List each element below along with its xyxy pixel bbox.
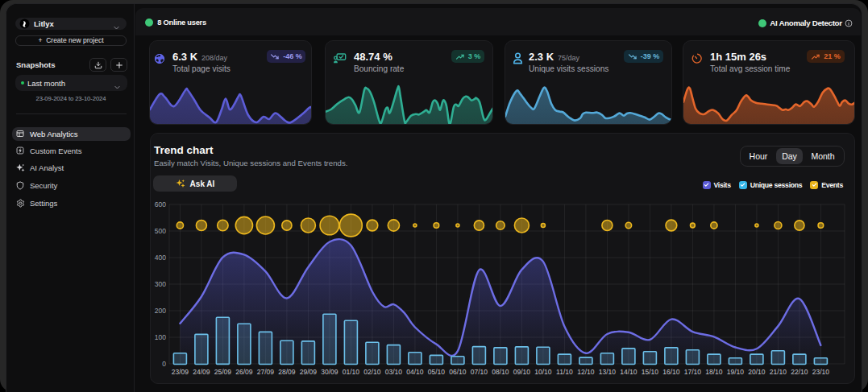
- svg-text:100: 100: [155, 333, 166, 341]
- svg-text:29/09: 29/09: [300, 368, 318, 376]
- svg-text:05/10: 05/10: [428, 368, 446, 376]
- svg-text:28/09: 28/09: [278, 368, 296, 376]
- svg-text:17/10: 17/10: [684, 368, 702, 376]
- svg-text:10/10: 10/10: [534, 368, 552, 376]
- svg-text:12/10: 12/10: [577, 368, 595, 376]
- svg-text:08/10: 08/10: [492, 368, 509, 376]
- svg-text:01/10: 01/10: [343, 368, 360, 376]
- svg-text:0: 0: [162, 360, 166, 368]
- svg-text:19/10: 19/10: [727, 368, 745, 376]
- svg-text:02/10: 02/10: [363, 368, 381, 376]
- svg-text:25/09: 25/09: [214, 368, 232, 376]
- svg-text:13/10: 13/10: [599, 368, 617, 376]
- svg-text:15/10: 15/10: [642, 368, 659, 376]
- svg-text:16/10: 16/10: [662, 368, 680, 376]
- svg-text:24/09: 24/09: [193, 368, 210, 376]
- svg-text:400: 400: [155, 254, 166, 262]
- svg-text:18/10: 18/10: [705, 368, 723, 376]
- svg-text:600: 600: [155, 200, 166, 208]
- svg-text:14/10: 14/10: [620, 368, 638, 376]
- svg-text:11/10: 11/10: [556, 368, 573, 376]
- svg-text:27/09: 27/09: [257, 368, 275, 376]
- svg-text:23/10: 23/10: [812, 368, 830, 376]
- svg-text:22/10: 22/10: [791, 368, 808, 376]
- svg-text:30/09: 30/09: [321, 368, 338, 376]
- svg-text:06/10: 06/10: [449, 368, 467, 376]
- svg-text:26/09: 26/09: [235, 368, 253, 376]
- svg-text:09/10: 09/10: [513, 368, 531, 376]
- svg-text:23/09: 23/09: [172, 368, 189, 376]
- svg-text:300: 300: [155, 280, 166, 288]
- svg-text:07/10: 07/10: [471, 368, 488, 376]
- svg-text:21/10: 21/10: [770, 368, 787, 376]
- svg-text:500: 500: [155, 227, 166, 235]
- svg-text:200: 200: [155, 307, 166, 315]
- svg-text:20/10: 20/10: [748, 368, 766, 376]
- svg-text:03/10: 03/10: [385, 368, 403, 376]
- svg-text:04/10: 04/10: [406, 368, 424, 376]
